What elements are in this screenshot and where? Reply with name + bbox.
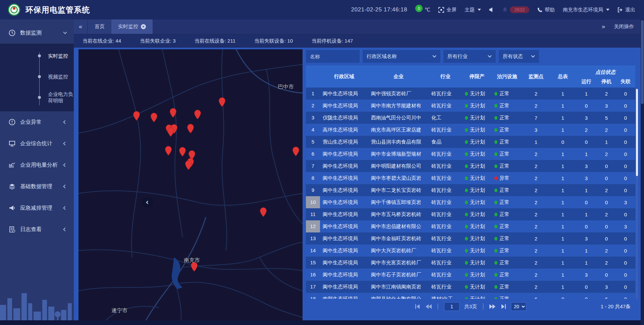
tab-realtime-monitoring[interactable]: 实时监控 ×: [111, 19, 153, 34]
status-dot-green: [465, 285, 468, 289]
table-row[interactable]: 1阆中生态环境局阆中强锐页岩砖厂砖瓦行业无计划正常21120: [306, 88, 635, 100]
help-button[interactable]: 帮助: [537, 7, 555, 13]
bell-icon: [502, 7, 507, 12]
sidebar-item-enterprise-statistics[interactable]: 企业综合统计: [0, 133, 74, 154]
status-dot-green: [494, 164, 497, 168]
status-dot-green: [465, 104, 468, 108]
last-page-icon[interactable]: [500, 304, 506, 309]
status-dot-green: [494, 273, 497, 277]
row-number: 10: [306, 196, 320, 208]
first-page-icon[interactable]: [415, 304, 421, 309]
sidebar-item-base-data[interactable]: 基础数据管理: [0, 176, 74, 197]
cell-company: 阆中市忠信建材有限公: [368, 223, 429, 230]
table-row[interactable]: 17阆中生态环境局阆中市江南镇阆南页岩砖瓦行业无计划正常21030: [306, 281, 635, 293]
theme-menu[interactable]: 主题: [465, 7, 481, 13]
table-row[interactable]: 15阆中生态环境局阆中市光富页岩机砖厂砖瓦行业无计划正常21120: [306, 257, 635, 269]
page-number-input[interactable]: [444, 302, 460, 311]
cell-run: 0: [576, 296, 596, 299]
sidebar-item-label: 企业用电量分析: [20, 162, 59, 169]
industry-select[interactable]: 所有行业: [443, 50, 496, 63]
sidebar-item-power-analysis[interactable]: 企业用电量分析: [0, 154, 74, 176]
table-row[interactable]: 3仪陇生态环境局西南油气田分公司川中化工无计划正常71350: [306, 112, 635, 124]
map-collapse-button[interactable]: [143, 198, 152, 207]
fullscreen-button[interactable]: 全屏: [438, 7, 457, 13]
map-pin-icon[interactable]: [133, 111, 140, 121]
cell-facility-status: 正常: [492, 296, 523, 299]
cell-run: 0: [576, 224, 596, 229]
map-pin-icon[interactable]: [167, 127, 174, 137]
divider: [483, 304, 483, 310]
cell-region: 阆中生态环境局: [320, 272, 368, 278]
map-pin-icon[interactable]: [169, 108, 176, 118]
page-size-select[interactable]: 20: [511, 302, 526, 311]
table-row[interactable]: 11阆中生态环境局阆中市五马桥页岩机砖砖瓦行业无计划正常21120: [306, 208, 635, 220]
tab-home[interactable]: 首页: [88, 19, 111, 34]
cell-points: 2: [523, 272, 549, 278]
chevron-down-icon: [478, 9, 481, 11]
table-row[interactable]: 9阆中生态环境局阆中市二龙长宝页岩砖砖瓦行业无计划正常21120: [306, 184, 635, 196]
map-pin-icon[interactable]: [219, 97, 226, 107]
cell-stop-status: 无计划: [462, 127, 492, 133]
map-pin-icon[interactable]: [165, 146, 172, 156]
org-menu[interactable]: 南充市生态环境局: [563, 7, 609, 13]
sidebar-item-data-monitoring[interactable]: 数据监测: [0, 22, 74, 44]
sidebar-item-log-view[interactable]: 日志查看: [0, 219, 74, 240]
table-scrollbar[interactable]: [636, 89, 638, 300]
map-pin-icon[interactable]: [260, 207, 267, 217]
row-number: 15: [306, 257, 320, 269]
prev-page-icon[interactable]: [426, 304, 432, 309]
cell-meters: 1: [549, 200, 576, 205]
map-pin-icon[interactable]: [194, 110, 201, 119]
table-row[interactable]: 8阆中生态环境局阆中市枣碧大梁山页岩砖瓦行业无计划异常21300: [306, 172, 635, 184]
alarm-counter[interactable]: 2632: [502, 6, 529, 13]
status-select[interactable]: 所有状态: [499, 50, 539, 63]
table-row[interactable]: 13阆中生态环境局阆中市金福旺页岩机砖砖瓦行业无计划正常21300: [306, 232, 635, 245]
cell-stop-status: 无计划: [462, 151, 492, 157]
cell-company: 营山县润丰肉食品有限: [368, 139, 429, 145]
sidebar-item-power-load-detail[interactable]: 企业电力负荷明细: [0, 87, 74, 108]
column-header-region: 行政区域: [320, 65, 368, 88]
table-row[interactable]: 10阆中生态环境局阆中千佛镇五郎垭页岩砖瓦行业无计划正常21003: [306, 196, 635, 208]
map-pin-icon[interactable]: [185, 160, 192, 170]
close-icon[interactable]: ×: [141, 24, 146, 29]
table-row[interactable]: 7阆中生态环境局阆中明阳建材有限公司砖瓦行业无计划正常21300: [306, 160, 635, 172]
next-page-icon[interactable]: [489, 304, 495, 309]
logout-button[interactable]: 退出: [618, 7, 635, 13]
map-pin-icon[interactable]: [187, 124, 194, 133]
map-city-label: 遂宁市: [111, 307, 127, 314]
tabs-scroll-left-button[interactable]: «: [74, 19, 87, 34]
table-row[interactable]: 12阆中生态环境局阆中市忠信建材有限公砖瓦行业无计划正常21003: [306, 220, 635, 232]
table-row[interactable]: 14阆中生态环境局阆中大兴页岩机砖厂砖瓦行业无计划正常21120: [306, 245, 635, 257]
table-row[interactable]: 4高坪生态环境局南充市高坪区王家店建砖瓦行业无计划正常31220: [306, 124, 635, 136]
map-pin-icon[interactable]: [151, 113, 158, 122]
cell-industry: 砖瓦行业: [429, 187, 462, 194]
table-row[interactable]: 5营山生态环境局营山县润丰肉食品有限食品无计划正常10010: [306, 136, 635, 148]
table-row[interactable]: 18南部生态环境局南部县砂化土陶有限公建材|化工无计划正常60060: [306, 293, 635, 299]
page-scrollbar[interactable]: [641, 19, 644, 325]
status-dot-green: [494, 249, 497, 253]
table-row[interactable]: 6阆中生态环境局阆中市金博瑞新型墙材砖瓦行业无计划正常21120: [306, 148, 635, 160]
sidebar-item-realtime-monitoring[interactable]: 实时监控: [0, 46, 74, 66]
close-operations-button[interactable]: 关闭操作: [614, 23, 634, 30]
table-row[interactable]: 2阆中生态环境局阆中市南方节能建材有砖瓦行业无计划正常21030: [306, 100, 635, 112]
map-pin-icon[interactable]: [292, 147, 299, 156]
tabs-scroll-right-button[interactable]: »: [602, 23, 605, 30]
status-dot-green: [494, 201, 497, 204]
bottom-edge: [0, 320, 644, 325]
status-dot-green: [494, 188, 497, 192]
name-search-input[interactable]: [306, 50, 360, 63]
region-select[interactable]: 行政区域名称: [363, 50, 440, 63]
cell-lost: 0: [616, 212, 635, 217]
table-row[interactable]: 16阆中生态环境局阆中市石子页岩机砖厂砖瓦行业无计划正常21300: [306, 269, 635, 281]
sidebar-item-video-monitoring[interactable]: 视频监控: [0, 66, 74, 87]
map-pin-icon[interactable]: [179, 147, 186, 157]
map[interactable]: 巴中市南充市遂宁市: [78, 49, 303, 321]
cell-run: 3: [576, 236, 596, 241]
cell-company: 南部县砂化土陶有限公: [368, 296, 429, 299]
cell-facility-status: 正常: [492, 223, 523, 230]
sidebar-item-enterprise-abnormal[interactable]: 企业异常: [0, 111, 74, 133]
mute-button[interactable]: [489, 7, 494, 12]
tab-bar: « 首页 实时监控 × » 关闭操作: [74, 19, 644, 34]
sidebar-item-emergency-reduction[interactable]: 应急减排管理: [0, 197, 74, 219]
status-dot-green: [465, 213, 468, 216]
